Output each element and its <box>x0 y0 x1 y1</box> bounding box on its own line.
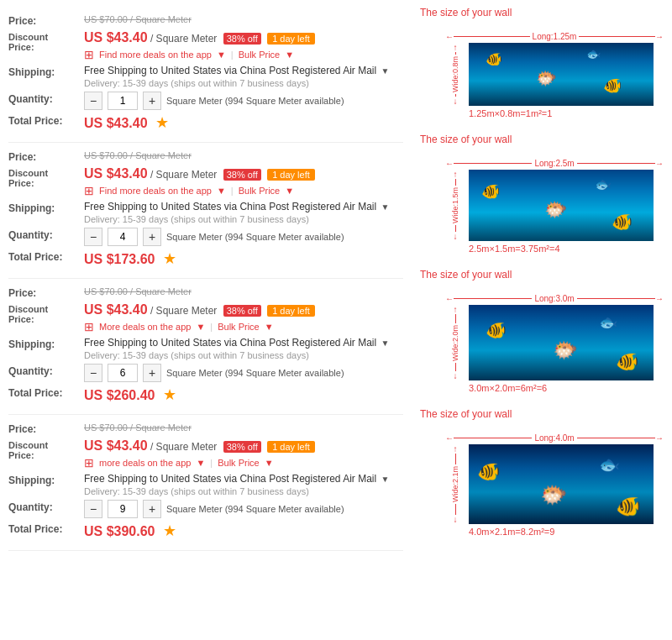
right-panel: The size of your wall ← Long:1.25m → ↑ W… <box>412 0 672 559</box>
quantity-row-2: Quantity: − + Square Meter (994 Square M… <box>8 228 403 246</box>
shipping-row-4: Shipping: Free Shipping to United States… <box>8 473 403 496</box>
price-row-2: Price: US $70.00 / Square Meter <box>8 150 403 163</box>
wall-diagram-3: The size of your wall ← Long:3.0m → ↑ Wi… <box>420 269 664 393</box>
wall-image-3: 🐠 🐡 🐟 🐠 <box>469 305 654 380</box>
shipping-content-1: Free Shipping to United States via China… <box>84 65 403 88</box>
dim-formula-1: 1.25m×0.8m=1m²=1 <box>469 108 664 118</box>
wall-image-2: 🐠 🐡 🐟 🐠 <box>469 170 654 241</box>
qty-plus-2[interactable]: + <box>143 228 161 246</box>
quantity-row-1: Quantity: − + Square Meter (994 Square M… <box>8 92 403 110</box>
price-label-2: Price: <box>8 150 84 163</box>
discount-content-3: US $43.40 / Square Meter 38% off 1 day l… <box>84 302 403 333</box>
qty-container-2: − + Square Meter (994 Square Meter avail… <box>84 228 403 246</box>
dim-h-1: ← Long:1.25m → <box>445 32 664 41</box>
qty-container-3: − + Square Meter (994 Square Meter avail… <box>84 364 403 382</box>
price-original-4: US $70.00 / Square Meter <box>84 422 403 433</box>
bulk-link-1[interactable]: Bulk Price <box>239 50 281 60</box>
product-row-2: Price: US $70.00 / Square Meter Discount… <box>8 143 403 279</box>
dim-formula-3: 3.0m×2.0m=6m²=6 <box>469 383 664 393</box>
bulk-link-3[interactable]: Bulk Price <box>218 322 260 332</box>
wall-title-4: The size of your wall <box>420 408 664 420</box>
qty-minus-1[interactable]: − <box>84 92 102 110</box>
dim-h-3: ← Long:3.0m → <box>445 294 664 303</box>
wall-image-1: 🐠 🐡 🐟 🐠 <box>469 43 654 106</box>
shipping-row-2: Shipping: Free Shipping to United States… <box>8 201 403 224</box>
qty-input-3[interactable] <box>108 364 138 382</box>
price-label-1: Price: <box>8 13 84 27</box>
discount-row-3: DiscountPrice: US $43.40 / Square Meter … <box>8 302 403 333</box>
app-deals-1: ⊞ Find more deals on the app ▼ | Bulk Pr… <box>84 48 403 61</box>
discount-content-2: US $43.40 / Square Meter 38% off 1 day l… <box>84 166 403 197</box>
bulk-link-4[interactable]: Bulk Price <box>218 458 260 468</box>
dim-v-3: ↑ Wide:2.0m ↓ <box>445 305 465 380</box>
discount-content-1: US $43.40 / Square Meter 38% off 1 day l… <box>84 30 403 61</box>
qty-minus-2[interactable]: − <box>84 228 102 246</box>
left-panel: Price: US $70.00 / Square Meter Discount… <box>0 0 412 559</box>
dim-formula-2: 2.5m×1.5m=3.75m²=4 <box>469 244 664 254</box>
total-label-4: Total Price: <box>8 522 84 535</box>
total-row-2: Total Price: US $173.60 ★ <box>8 249 403 268</box>
quantity-content-1: − + Square Meter (994 Square Meter avail… <box>84 92 403 110</box>
qty-input-2[interactable] <box>108 228 138 246</box>
total-row-3: Total Price: US $260.40 ★ <box>8 386 403 404</box>
shipping-content-3: Free Shipping to United States via China… <box>84 337 403 360</box>
wall-title-2: The size of your wall <box>420 134 664 145</box>
qty-input-4[interactable] <box>108 500 138 518</box>
quantity-label-2: Quantity: <box>8 228 84 241</box>
wall-title-1: The size of your wall <box>420 7 664 18</box>
bulk-link-2[interactable]: Bulk Price <box>239 186 281 196</box>
quantity-label-1: Quantity: <box>8 92 84 105</box>
wall-diagram-2: The size of your wall ← Long:2.5m → ↑ Wi… <box>420 134 664 254</box>
discount-label-4: DiscountPrice: <box>8 438 84 460</box>
discount-row-1: DiscountPrice: US $43.40 / Square Meter … <box>8 30 403 61</box>
wall-img-area-2: ↑ Wide:1.5m ↓ 🐠 🐡 🐟 🐠 ← <box>445 170 664 241</box>
shipping-dropdown-2[interactable]: ▼ <box>381 202 390 212</box>
discount-row-2: DiscountPrice: US $43.40 / Square Meter … <box>8 166 403 197</box>
shipping-label-4: Shipping: <box>8 473 84 486</box>
total-content-3: US $260.40 ★ <box>84 386 403 404</box>
price-row-3: Price: US $70.00 / Square Meter <box>8 286 403 299</box>
shipping-row-3: Shipping: Free Shipping to United States… <box>8 337 403 360</box>
total-label-3: Total Price: <box>8 386 84 399</box>
app-link-1[interactable]: Find more deals on the app <box>99 50 212 60</box>
shipping-label-2: Shipping: <box>8 201 84 214</box>
wall-image-4: 🐠 🐡 🐟 🐠 <box>469 444 654 524</box>
discount-label-2: DiscountPrice: <box>8 166 84 188</box>
app-link-2[interactable]: Find more deals on the app <box>99 186 212 196</box>
product-row-4: Price: US $70.00 / Square Meter Discount… <box>8 415 403 551</box>
shipping-content-2: Free Shipping to United States via China… <box>84 201 403 224</box>
quantity-content-2: − + Square Meter (994 Square Meter avail… <box>84 228 403 246</box>
discount-label-1: DiscountPrice: <box>8 30 84 52</box>
qty-plus-1[interactable]: + <box>143 92 161 110</box>
price-row-1: Price: US $70.00 / Square Meter <box>8 13 403 27</box>
app-link-4[interactable]: more deals on the app <box>99 458 191 468</box>
total-content-1: US $43.40 ★ <box>84 113 403 132</box>
qty-minus-3[interactable]: − <box>84 364 102 382</box>
price-row-4: Price: US $70.00 / Square Meter <box>8 422 403 435</box>
app-deals-4: ⊞ more deals on the app ▼ | Bulk Price ▼ <box>84 456 403 470</box>
shipping-dropdown-3[interactable]: ▼ <box>381 338 390 348</box>
qty-plus-3[interactable]: + <box>143 364 161 382</box>
discount-row-4: DiscountPrice: US $43.40 / Square Meter … <box>8 438 403 470</box>
shipping-dropdown-1[interactable]: ▼ <box>381 66 390 76</box>
app-link-3[interactable]: More deals on the app <box>99 322 191 332</box>
dim-v-1: ↑ Wide:0.8m ↓ <box>445 43 465 106</box>
price-original-1: US $70.00 / Square Meter <box>84 13 403 25</box>
discount-content-4: US $43.40 / Square Meter 38% off 1 day l… <box>84 438 403 470</box>
star-icon-2: ★ <box>163 250 176 267</box>
qty-minus-4[interactable]: − <box>84 500 102 518</box>
dim-v-4: ↑ Wide:2.1m ↓ <box>445 444 465 524</box>
qty-input-1[interactable] <box>108 92 138 110</box>
shipping-content-4: Free Shipping to United States via China… <box>84 473 403 496</box>
dim-h-4: ← Long:4.0m → <box>445 433 664 443</box>
qty-container-1: − + Square Meter (994 Square Meter avail… <box>84 92 403 110</box>
shipping-dropdown-4[interactable]: ▼ <box>381 475 390 484</box>
wall-diagram-1: The size of your wall ← Long:1.25m → ↑ W… <box>420 7 664 118</box>
total-row-1: Total Price: US $43.40 ★ <box>8 113 403 132</box>
total-label-2: Total Price: <box>8 249 84 263</box>
wall-diagram-4: The size of your wall ← Long:4.0m → ↑ Wi… <box>420 408 664 537</box>
wall-title-3: The size of your wall <box>420 269 664 281</box>
quantity-label-3: Quantity: <box>8 364 84 377</box>
qty-plus-4[interactable]: + <box>143 500 161 518</box>
total-content-4: US $390.60 ★ <box>84 522 403 540</box>
